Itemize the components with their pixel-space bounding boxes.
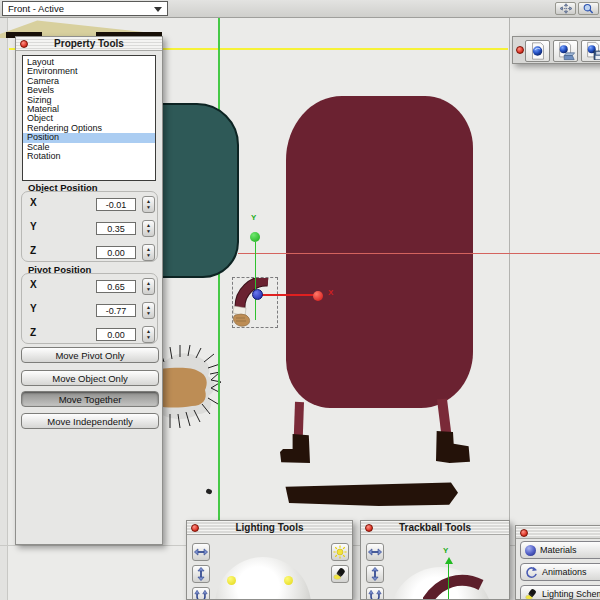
- pivot-x-field[interactable]: 0.65: [96, 280, 136, 293]
- trackball-tools-palette: Trackball Tools Y: [360, 520, 510, 600]
- right-leg-shape[interactable]: [437, 398, 451, 435]
- field-label: X: [30, 197, 42, 208]
- left-boot-shape[interactable]: [280, 434, 310, 463]
- move-independently-button[interactable]: Move Independently: [21, 413, 159, 429]
- light-dot[interactable]: [284, 576, 293, 585]
- rotate-arrows-icon: [368, 589, 382, 600]
- resource-button-label: Animations: [542, 567, 587, 577]
- object-z-field[interactable]: 0.00: [96, 246, 136, 259]
- object-x-stepper[interactable]: [142, 196, 155, 213]
- hand-shape: [233, 314, 249, 326]
- arrow-vertical-icon: [194, 567, 208, 581]
- pan-cross-icon: [558, 3, 574, 14]
- spotlight-icon: [333, 567, 347, 581]
- chevron-down-icon: [154, 7, 162, 12]
- gizmo-y-handle[interactable]: [250, 232, 260, 242]
- top-toolbar: Front - Active: [0, 0, 600, 18]
- stepper-down-icon[interactable]: [146, 205, 151, 211]
- field-label: Z: [30, 327, 42, 338]
- add-sun-light-button[interactable]: [331, 543, 349, 561]
- sun-icon: [333, 545, 347, 559]
- trackball-rotate-button[interactable]: [366, 587, 384, 600]
- category-item[interactable]: Rotation: [23, 152, 155, 161]
- pivot-y-field[interactable]: -0.77: [96, 304, 136, 317]
- file-palette: [512, 36, 600, 64]
- pan-view-button[interactable]: [555, 2, 576, 15]
- add-spot-light-button[interactable]: [331, 565, 349, 583]
- close-button[interactable]: [191, 524, 199, 532]
- gizmo-y-label: Y: [251, 213, 256, 222]
- trackball-y-label: Y: [443, 546, 448, 555]
- field-label: X: [30, 279, 42, 290]
- property-tools-titlebar[interactable]: Property Tools: [16, 37, 162, 51]
- stepper-down-icon[interactable]: [146, 335, 151, 341]
- pivot-y-stepper[interactable]: [142, 302, 155, 319]
- view-selector-value: Front - Active: [8, 3, 64, 14]
- pivot-x-stepper[interactable]: [142, 278, 155, 295]
- close-button[interactable]: [516, 46, 524, 54]
- pivot-z-field[interactable]: 0.00: [96, 328, 136, 341]
- resource-button-label: Materials: [540, 545, 577, 555]
- trackball-horizontal-button[interactable]: [366, 543, 384, 561]
- materials-button[interactable]: Materials: [520, 541, 600, 559]
- resource-button-label: Lighting Schemes: [542, 589, 600, 599]
- gizmo-pivot-handle[interactable]: [252, 289, 263, 300]
- move-light-vertical-button[interactable]: [192, 565, 210, 583]
- animation-cycle-icon: [525, 566, 538, 579]
- resource-palette-titlebar[interactable]: [516, 526, 600, 539]
- gizmo-y-axis-line: [255, 242, 257, 320]
- move-pivot-only-button[interactable]: Move Pivot Only: [21, 347, 159, 363]
- light-dot[interactable]: [227, 576, 236, 585]
- trackball-vertical-button[interactable]: [366, 565, 384, 583]
- view-selector-dropdown[interactable]: Front - Active: [2, 1, 168, 16]
- gizmo-x-axis-line: [261, 294, 316, 296]
- right-boot-shape[interactable]: [436, 431, 470, 463]
- gizmo-x-handle[interactable]: [313, 291, 323, 301]
- object-x-field[interactable]: -0.01: [96, 198, 136, 211]
- close-button[interactable]: [520, 529, 528, 537]
- pebble-shape[interactable]: [205, 488, 212, 495]
- magnifier-icon: [581, 3, 597, 14]
- trackball-tools-titlebar[interactable]: Trackball Tools: [361, 521, 509, 535]
- move-object-only-button[interactable]: Move Object Only: [21, 370, 159, 386]
- arrow-vertical-icon: [368, 567, 382, 581]
- trackball-y-axis-line: [448, 563, 450, 600]
- object-y-stepper[interactable]: [142, 220, 155, 237]
- pivot-position-group: X 0.65 Y -0.77 Z 0.00: [21, 273, 158, 344]
- app-window: Y X Front - Active Property Tools: [0, 0, 600, 600]
- pivot-z-stepper[interactable]: [142, 326, 155, 343]
- gizmo-x-label: X: [328, 288, 333, 297]
- arrow-horizontal-icon: [194, 545, 208, 559]
- stepper-down-icon[interactable]: [146, 311, 151, 317]
- move-together-button[interactable]: Move Together: [21, 391, 159, 407]
- close-button[interactable]: [365, 524, 373, 532]
- move-light-horizontal-button[interactable]: [192, 543, 210, 561]
- lighting-tools-palette: Lighting Tools: [186, 520, 353, 600]
- stepper-down-icon[interactable]: [146, 253, 151, 259]
- save-document-button[interactable]: [581, 40, 600, 62]
- object-y-field[interactable]: 0.35: [96, 222, 136, 235]
- lighting-schemes-button[interactable]: Lighting Schemes: [520, 585, 600, 600]
- spotlight-icon: [525, 588, 538, 600]
- world-x-axis-line: [238, 253, 600, 255]
- viewport-divider-line: [509, 18, 510, 600]
- stepper-down-icon[interactable]: [146, 229, 151, 235]
- world-y-axis-line: [218, 18, 220, 600]
- close-button[interactable]: [20, 40, 28, 48]
- new-document-button[interactable]: [525, 40, 550, 62]
- field-label: Z: [30, 245, 42, 256]
- base-board-shape[interactable]: [282, 482, 458, 506]
- document-folder-icon: [555, 41, 577, 61]
- material-sphere-icon: [525, 545, 536, 556]
- object-z-stepper[interactable]: [142, 244, 155, 261]
- property-category-list: Layout Environment Camera Bevels Sizing …: [22, 55, 156, 181]
- rotate-light-button[interactable]: [192, 587, 210, 600]
- lighting-tools-titlebar[interactable]: Lighting Tools: [187, 521, 352, 535]
- palette-title: Trackball Tools: [399, 522, 471, 533]
- stepper-down-icon[interactable]: [146, 287, 151, 293]
- palette-title: Lighting Tools: [235, 522, 303, 533]
- document-sphere-icon: [527, 41, 549, 61]
- zoom-view-button[interactable]: [578, 2, 599, 15]
- animations-button[interactable]: Animations: [520, 563, 600, 581]
- open-document-button[interactable]: [553, 40, 578, 62]
